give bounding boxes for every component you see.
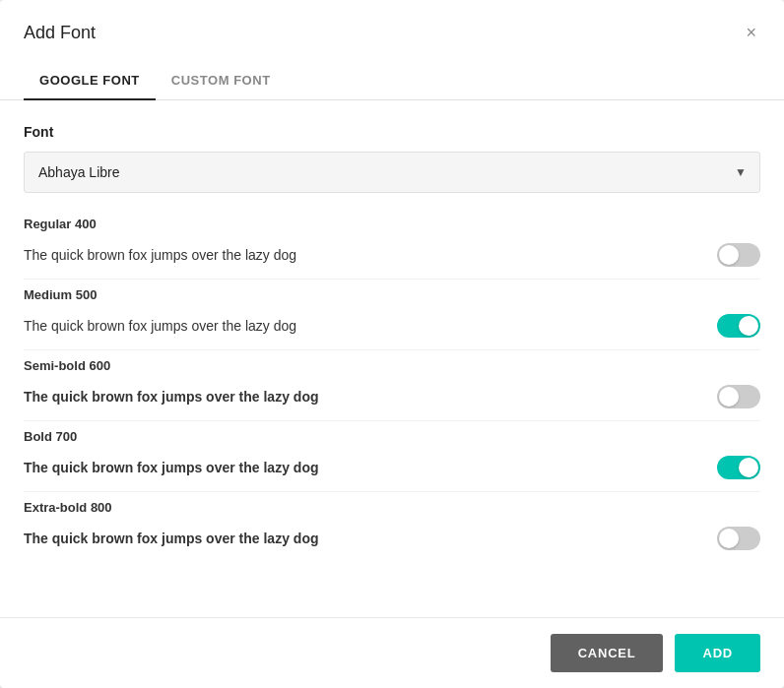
add-font-dialog: Add Font × GOOGLE FONT CUSTOM FONT Font … — [0, 0, 784, 688]
weight-preview-text-bold: The quick brown fox jumps over the lazy … — [24, 460, 318, 475]
weight-preview-row-semibold: The quick brown fox jumps over the lazy … — [24, 381, 760, 412]
dialog-body: Font Abhaya Libre Roboto Open Sans Lato … — [0, 100, 784, 617]
weight-label-semibold: Semi-bold 600 — [24, 358, 760, 373]
font-select[interactable]: Abhaya Libre Roboto Open Sans Lato — [24, 152, 760, 193]
weight-row-medium: Medium 500The quick brown fox jumps over… — [24, 287, 760, 350]
dialog-header: Add Font × — [0, 0, 784, 45]
weight-toggle-medium[interactable] — [717, 314, 760, 338]
font-section-label: Font — [24, 124, 760, 140]
weight-toggle-semibold[interactable] — [717, 385, 760, 408]
close-button[interactable]: × — [742, 20, 760, 45]
tab-custom-font[interactable]: CUSTOM FONT — [156, 61, 287, 99]
cancel-button[interactable]: CANCEL — [551, 634, 664, 672]
tab-bar: GOOGLE FONT CUSTOM FONT — [0, 61, 784, 100]
add-button[interactable]: ADD — [675, 634, 760, 672]
weight-label-regular: Regular 400 — [24, 217, 760, 231]
weight-row-bold: Bold 700The quick brown fox jumps over t… — [24, 429, 760, 492]
weight-preview-text-regular: The quick brown fox jumps over the lazy … — [24, 247, 296, 263]
weight-preview-text-semibold: The quick brown fox jumps over the lazy … — [24, 389, 318, 405]
weight-preview-text-extrabold: The quick brown fox jumps over the lazy … — [24, 531, 318, 546]
weights-list: Regular 400The quick brown fox jumps ove… — [24, 217, 760, 562]
weight-toggle-bold[interactable] — [717, 456, 760, 479]
weight-row-semibold: Semi-bold 600The quick brown fox jumps o… — [24, 358, 760, 421]
weight-label-bold: Bold 700 — [24, 429, 760, 444]
weight-preview-row-regular: The quick brown fox jumps over the lazy … — [24, 239, 760, 271]
font-select-wrapper: Abhaya Libre Roboto Open Sans Lato ▼ — [24, 152, 760, 193]
weight-row-regular: Regular 400The quick brown fox jumps ove… — [24, 217, 760, 280]
weight-label-extrabold: Extra-bold 800 — [24, 500, 760, 515]
dialog-title: Add Font — [24, 23, 96, 43]
weight-row-extrabold: Extra-bold 800The quick brown fox jumps … — [24, 500, 760, 562]
weight-preview-text-medium: The quick brown fox jumps over the lazy … — [24, 318, 296, 334]
weight-toggle-regular[interactable] — [717, 243, 760, 267]
tab-google-font[interactable]: GOOGLE FONT — [24, 61, 156, 99]
dialog-footer: CANCEL ADD — [0, 617, 784, 688]
weight-preview-row-bold: The quick brown fox jumps over the lazy … — [24, 452, 760, 483]
weight-toggle-extrabold[interactable] — [717, 527, 760, 550]
weight-preview-row-extrabold: The quick brown fox jumps over the lazy … — [24, 523, 760, 554]
weight-preview-row-medium: The quick brown fox jumps over the lazy … — [24, 310, 760, 342]
weight-label-medium: Medium 500 — [24, 287, 760, 302]
